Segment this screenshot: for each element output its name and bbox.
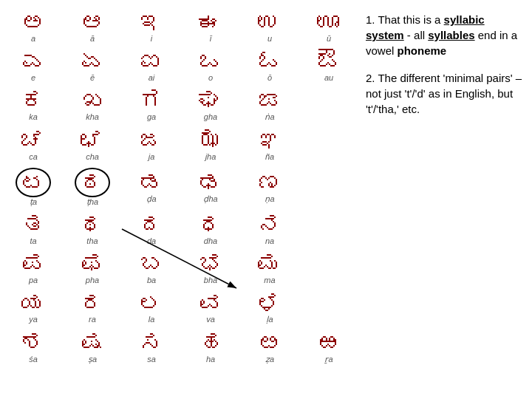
table-cell: ಕka (4, 86, 63, 125)
left-section: ಅaಆāಇiಈīಉuಊūಎeಏēಐaiಒoಓōಔauಕkaಖkhaಗgaಘgha… (0, 0, 362, 399)
table-cell: ಫpha (63, 249, 122, 288)
note-p1-phoneme: phoneme (398, 44, 447, 57)
kannada-character: ಙ (258, 89, 282, 112)
table-cell: ಇi (122, 7, 181, 47)
table-cell: ಣṇa (240, 165, 299, 210)
table-cell: ಮma (240, 249, 299, 288)
latin-label: ya (29, 315, 38, 324)
latin-label: ṟa (324, 355, 332, 364)
latin-label: ē (90, 73, 95, 83)
note-point2: 2. The different 'minimal pairs' – not j… (366, 70, 525, 117)
latin-label: ẓa (265, 355, 274, 364)
kannada-character: ಒ (199, 50, 222, 73)
table-cell: ಛcha (63, 126, 122, 165)
latin-label: e (31, 73, 35, 83)
note-p1-text1: 1. That this is a (366, 13, 444, 26)
table-cell: ಊū (299, 7, 358, 47)
kannada-character: ಝ (199, 129, 222, 152)
latin-label: ña (265, 152, 274, 162)
kannada-character: ತ (21, 213, 45, 236)
kannada-character: ಡ (140, 171, 163, 194)
table-cell: ಉu (240, 7, 299, 47)
latin-label: ka (29, 112, 38, 122)
latin-label: pha (86, 276, 99, 285)
table-cell: ವva (181, 288, 240, 327)
latin-label: ḍha (203, 194, 217, 204)
kannada-character: ಓ (258, 50, 282, 73)
kannada-character: ಹ (199, 331, 222, 355)
kannada-character: ಗ (140, 89, 163, 112)
right-section: 1. That this is a syllabic system - all … (362, 0, 532, 399)
kannada-character: ರ (81, 291, 104, 315)
table-cell: ಙṅa (240, 86, 299, 125)
table-cell: ಲla (122, 288, 181, 327)
latin-label: ba (147, 276, 156, 285)
latin-label: ṅa (265, 112, 274, 122)
table-cell: ಅa (4, 7, 63, 47)
table-cell: ರra (63, 288, 122, 327)
table-cell: ಱṟa (299, 328, 358, 367)
table-cell: ಘgha (181, 86, 240, 125)
table-cell: ಳḷa (240, 288, 299, 327)
kannada-character: ಐ (140, 50, 163, 73)
latin-label: ja (149, 152, 155, 162)
latin-label: dha (204, 236, 217, 246)
kannada-character: ಆ (81, 10, 104, 34)
latin-label: ṣa (88, 355, 97, 364)
main-container: ಅaಆāಇiಈīಉuಊūಎeಏēಐaiಒoಓōಔauಕkaಖkhaಗgaಘgha… (0, 0, 532, 399)
table-cell: ಚca (4, 126, 63, 165)
table-cell: ತta (4, 210, 63, 249)
latin-label: ṭa (30, 197, 37, 207)
kannada-character: ಔ (317, 50, 341, 73)
kannada-character: ಮ (258, 252, 282, 276)
kannada-character: ಠ (75, 168, 110, 197)
kannada-character: ಫ (81, 252, 104, 276)
table-cell: ಈī (181, 7, 240, 47)
kannada-character: ಥ (81, 213, 104, 236)
kannada-character: ಕ (21, 89, 45, 112)
latin-label: bha (204, 276, 217, 285)
latin-label: ī (209, 34, 211, 44)
latin-label: pa (29, 276, 38, 285)
kannada-character: ಎ (21, 50, 45, 73)
latin-label: ga (147, 112, 156, 122)
latin-label: cha (86, 152, 99, 162)
latin-label: gha (204, 112, 217, 122)
kannada-character: ಯ (21, 291, 45, 315)
latin-label: ma (264, 276, 275, 285)
table-cell: ೞẓa (240, 328, 299, 367)
latin-label: ṇa (265, 194, 274, 204)
kannada-character: ಳ (258, 291, 282, 315)
kannada-character: ಛ (81, 129, 104, 152)
table-cell (299, 210, 358, 249)
latin-label: sa (147, 355, 156, 364)
latin-label: ō (267, 73, 272, 83)
table-cell: ಝjha (181, 126, 240, 165)
kannada-character: ಢ (199, 171, 222, 194)
table-cell (299, 288, 358, 327)
kannada-character: ಏ (81, 50, 104, 73)
kannada-character: ಖ (81, 89, 104, 112)
kannada-character: ಞ (258, 129, 282, 152)
latin-label: va (206, 315, 215, 324)
kannada-character: ಘ (199, 89, 222, 112)
latin-label: ḍa (146, 194, 156, 204)
latin-label: kha (86, 112, 99, 122)
kannada-character: ಜ (140, 129, 163, 152)
latin-label: jha (205, 152, 216, 162)
table-cell: ಓō (240, 47, 299, 86)
table-cell: ಡḍa (122, 165, 181, 210)
table-cell: ಎe (4, 47, 63, 86)
kannada-character: ಉ (258, 10, 282, 34)
table-cell (299, 126, 358, 165)
kannada-character: ಈ (199, 10, 222, 34)
table-cell: ಔau (299, 47, 358, 86)
table-cell: ಒo (181, 47, 240, 86)
latin-label: ū (327, 34, 331, 44)
note-p1-syllables: syllables (428, 29, 474, 41)
latin-label: da (147, 236, 156, 246)
latin-label: au (324, 73, 333, 83)
kannada-character: ನ (258, 213, 282, 236)
kannada-character: ಱ (317, 331, 341, 355)
table-cell: ಐai (122, 47, 181, 86)
